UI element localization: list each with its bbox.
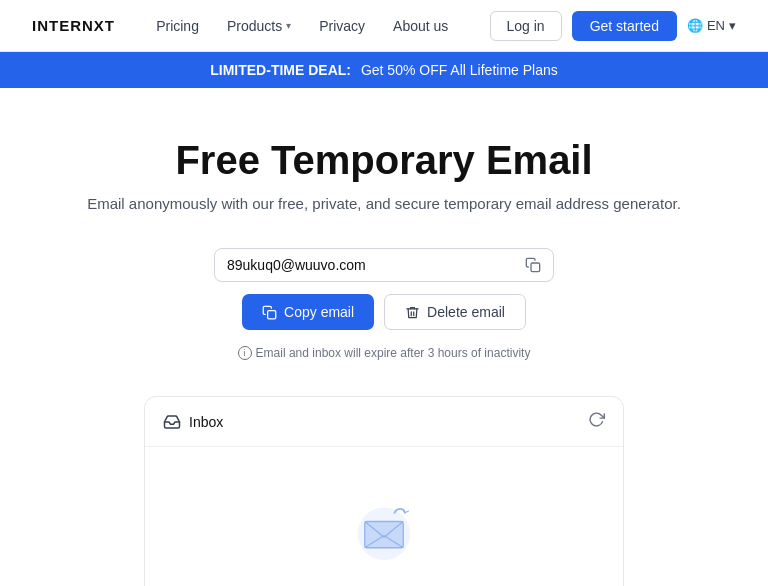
email-illustration xyxy=(349,497,419,567)
nav-privacy[interactable]: Privacy xyxy=(319,18,365,34)
nav-links: Pricing Products ▾ Privacy About us xyxy=(156,18,448,34)
main-content: Free Temporary Email Email anonymously w… xyxy=(0,88,768,586)
inbox-card: Inbox xyxy=(144,396,624,586)
inbox-icon xyxy=(163,413,181,431)
info-icon: i xyxy=(238,346,252,360)
banner-text: Get 50% OFF All Lifetime Plans xyxy=(361,62,558,78)
nav-about[interactable]: About us xyxy=(393,18,448,34)
nav-pricing[interactable]: Pricing xyxy=(156,18,199,34)
trash-icon xyxy=(405,305,420,320)
refresh-icon[interactable] xyxy=(588,411,605,432)
copy-email-button[interactable]: Copy email xyxy=(242,294,374,330)
login-button[interactable]: Log in xyxy=(490,11,562,41)
page-subtitle: Email anonymously with our free, private… xyxy=(87,195,681,212)
inbox-title-row: Inbox xyxy=(163,413,223,431)
svg-rect-0 xyxy=(531,263,540,272)
language-selector[interactable]: 🌐 EN ▾ xyxy=(687,18,736,33)
page-title: Free Temporary Email xyxy=(175,138,592,183)
banner-label: LIMITED-TIME DEAL: xyxy=(210,62,351,78)
expiry-note: i Email and inbox will expire after 3 ho… xyxy=(238,346,531,360)
copy-icon-small[interactable] xyxy=(525,257,541,273)
inbox-header: Inbox xyxy=(145,397,623,447)
logo: INTERNXT xyxy=(32,17,115,34)
email-input-row xyxy=(214,248,554,282)
promo-banner: LIMITED-TIME DEAL: Get 50% OFF All Lifet… xyxy=(0,52,768,88)
chevron-down-icon: ▾ xyxy=(729,18,736,33)
action-buttons: Copy email Delete email xyxy=(242,294,526,330)
svg-rect-1 xyxy=(268,310,276,318)
nav-products[interactable]: Products ▾ xyxy=(227,18,291,34)
globe-icon: 🌐 xyxy=(687,18,703,33)
copy-icon xyxy=(262,305,277,320)
chevron-down-icon: ▾ xyxy=(286,20,291,31)
navbar: INTERNXT Pricing Products ▾ Privacy Abou… xyxy=(0,0,768,52)
delete-email-button[interactable]: Delete email xyxy=(384,294,526,330)
inbox-label: Inbox xyxy=(189,414,223,430)
get-started-button[interactable]: Get started xyxy=(572,11,677,41)
email-container: Copy email Delete email i Email and inbo… xyxy=(214,248,554,360)
inbox-body: You have no new messages Waiting for inc… xyxy=(145,447,623,586)
nav-right: Log in Get started 🌐 EN ▾ xyxy=(490,11,736,41)
email-input[interactable] xyxy=(227,257,525,273)
